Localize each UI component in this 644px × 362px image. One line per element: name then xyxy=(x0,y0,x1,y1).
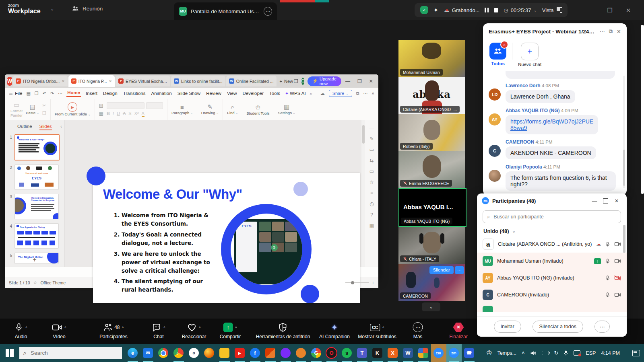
effects-icon[interactable]: ☆ xyxy=(369,179,374,185)
search-icon[interactable]: ⌕ xyxy=(310,91,312,96)
share-button[interactable]: ↑ ˄ Compartir xyxy=(220,322,241,339)
chrome-profile-icon[interactable]: (... xyxy=(171,344,186,362)
save-icon[interactable]: ▤ xyxy=(26,91,30,96)
doc-tab-5[interactable]: WOnline Facilitated ... xyxy=(226,76,277,86)
close-icon[interactable]: ✕ xyxy=(109,79,112,83)
tab-options-icon[interactable]: ⋯ xyxy=(264,7,272,16)
menu-design[interactable]: Design xyxy=(102,91,118,96)
mute-all-button[interactable]: Silenciar a todos xyxy=(533,321,583,333)
close-icon[interactable]: ✕ xyxy=(62,79,65,83)
kahoot-icon[interactable]: K xyxy=(370,344,385,362)
photos-icon[interactable] xyxy=(416,344,431,362)
sync-icon[interactable]: ↻ xyxy=(554,350,559,356)
audio-button[interactable]: ˄ Audio xyxy=(14,322,27,339)
video-tile-abbas-active[interactable]: Abbas YAQUB I... Abbas YAQUB ITO (NG) xyxy=(398,188,466,227)
menu-home[interactable]: Home xyxy=(66,90,81,97)
xsplit-icon[interactable]: X xyxy=(385,344,400,362)
account-avatar[interactable]: C xyxy=(301,78,304,85)
wps-logo[interactable]: W xyxy=(7,77,12,86)
collapse-icon[interactable]: — xyxy=(369,125,374,131)
theme-label[interactable]: Office Theme xyxy=(40,280,66,285)
taskbar-search-input[interactable] xyxy=(30,350,118,356)
participant-row-clotaire[interactable]: a Clotaire (ABARKA ONGD ... (Anfitrión, … xyxy=(477,236,627,253)
host-tools-button[interactable]: Herramientas de anfitrión xyxy=(256,322,310,339)
mute-participant-button[interactable]: Silenciar xyxy=(429,266,454,274)
battery-icon[interactable] xyxy=(542,351,549,355)
wps-minimize-button[interactable]: — xyxy=(345,78,350,84)
cloud-sync-icon[interactable]: ☁ xyxy=(320,91,325,96)
zoom-in-button[interactable]: + xyxy=(372,280,374,285)
redo-icon[interactable]: ↷ xyxy=(50,91,54,96)
tab-outline[interactable]: Outline xyxy=(17,124,32,130)
doc-tab-3[interactable]: PEYES Virtual Exchang... xyxy=(116,76,170,86)
participant-row-partial[interactable] xyxy=(477,303,627,312)
weather-label[interactable]: Temps... xyxy=(497,350,516,356)
ai-sparkle-icon[interactable]: ✦ xyxy=(433,7,438,13)
collapse-panel-icon[interactable]: ‹ xyxy=(60,124,62,129)
font-size-select[interactable] xyxy=(146,102,163,109)
more-icon[interactable]: ⋯ xyxy=(58,91,62,96)
display-notification-icon[interactable] xyxy=(574,350,580,356)
drawing-button[interactable]: ✎Drawing ⌄ xyxy=(201,103,219,115)
participant-more-button[interactable]: ⋯ xyxy=(455,266,464,274)
student-tools-button[interactable]: ♔Student Tools xyxy=(246,104,269,115)
window-maximize-button[interactable]: ❐ xyxy=(601,7,619,14)
more-icon[interactable]: ⋯ xyxy=(363,91,368,96)
add-slide-button[interactable]: + xyxy=(5,256,64,263)
collapse-strip-button[interactable]: ⌄ xyxy=(422,302,440,311)
google-icon[interactable]: G xyxy=(309,344,324,362)
theme-icon[interactable]: ▭ xyxy=(369,147,374,152)
sidebar-icon[interactable]: ⧉ xyxy=(356,91,359,96)
zoom-app-icon-1[interactable]: zm xyxy=(431,344,446,362)
popout-icon[interactable]: ⧉ xyxy=(609,28,613,35)
ai-companion-button[interactable]: ✦ AI Companion xyxy=(319,322,350,339)
premier-league-icon[interactable]: ♔ xyxy=(486,349,492,357)
spotify-icon[interactable]: s xyxy=(339,344,355,362)
tab-todos[interactable]: 3 Todos xyxy=(489,43,506,66)
from-current-slide-button[interactable]: ▶From Current Slide ⌄ xyxy=(55,102,91,117)
slide-thumb-2[interactable]: 2 You are all welcome EYES xyxy=(8,165,64,190)
tray-mic-icon[interactable] xyxy=(564,350,568,356)
firefox-icon[interactable] xyxy=(202,344,217,362)
office-icon[interactable] xyxy=(263,344,278,362)
share-indicator[interactable] xyxy=(315,0,329,2)
chat-more-icon[interactable]: ⋯ xyxy=(600,29,605,35)
mic-icon[interactable] xyxy=(605,258,611,264)
menu-review[interactable]: Review xyxy=(205,91,222,96)
caret-icon[interactable]: ˄ xyxy=(163,325,165,329)
find-button[interactable]: ⌕Find ⌄ xyxy=(227,103,238,115)
end-meeting-button[interactable]: ✕ Finalizar xyxy=(449,322,467,339)
mobile-icon[interactable]: ❐ xyxy=(294,78,298,84)
camera-icon[interactable] xyxy=(614,241,621,247)
slide-thumb-3[interactable]: 3 Rooted in Innovation, Connected in Pur… xyxy=(8,194,64,219)
menu-insert[interactable]: Insert xyxy=(85,91,98,96)
account-app-icon[interactable]: o xyxy=(186,344,202,362)
caret-icon[interactable]: ˄ xyxy=(64,325,66,329)
stop-share-indicator[interactable] xyxy=(280,0,315,2)
chat-button[interactable]: ˄ Chat xyxy=(152,322,165,339)
participant-search-input[interactable] xyxy=(493,214,617,220)
maximize-icon[interactable] xyxy=(603,198,608,204)
chrome-icon[interactable] xyxy=(156,344,171,362)
clipchamp-icon[interactable] xyxy=(278,344,293,362)
comment-icon[interactable]: ▭ xyxy=(369,169,374,174)
font-family-select[interactable] xyxy=(107,102,144,109)
close-icon[interactable]: ✕ xyxy=(611,198,622,204)
video-button[interactable]: ˄ Vídeo xyxy=(52,322,66,339)
tab-slides[interactable]: Slides xyxy=(39,124,52,130)
camera-icon[interactable] xyxy=(614,292,621,298)
font-style-buttons[interactable]: B I U A S X² A xyxy=(107,111,144,117)
video-tile-cameroon[interactable]: Silenciar ⋯ CAMEROON xyxy=(398,264,465,301)
quick-tools-icon[interactable]: ✎ xyxy=(369,136,374,142)
zoom-app-icon-2[interactable]: zm xyxy=(446,344,462,362)
transition-icon[interactable]: ⇆ xyxy=(369,158,374,163)
video-tile-clotaire[interactable]: aba ka Clotaire (ABARKA ONGD -... xyxy=(398,77,465,114)
adjust-icon[interactable]: ≡ xyxy=(370,190,373,196)
new-slide-stack[interactable]: ▤▦ xyxy=(99,103,103,116)
window-close-button[interactable]: ✕ xyxy=(619,7,638,14)
wps-maximize-button[interactable]: ❐ xyxy=(357,78,362,84)
menu-transitions[interactable]: Transitions xyxy=(122,91,147,96)
message-link[interactable]: https://forms.gle/BqWD7ojJ2PUE85wa9 xyxy=(510,118,593,131)
participant-row-mohammad[interactable]: MU Mohammad Usman (Invitado) ↑ xyxy=(477,253,627,269)
tab-shared-screen[interactable]: MU Pantalla de Mohammad Usman ⋯ xyxy=(174,2,277,20)
